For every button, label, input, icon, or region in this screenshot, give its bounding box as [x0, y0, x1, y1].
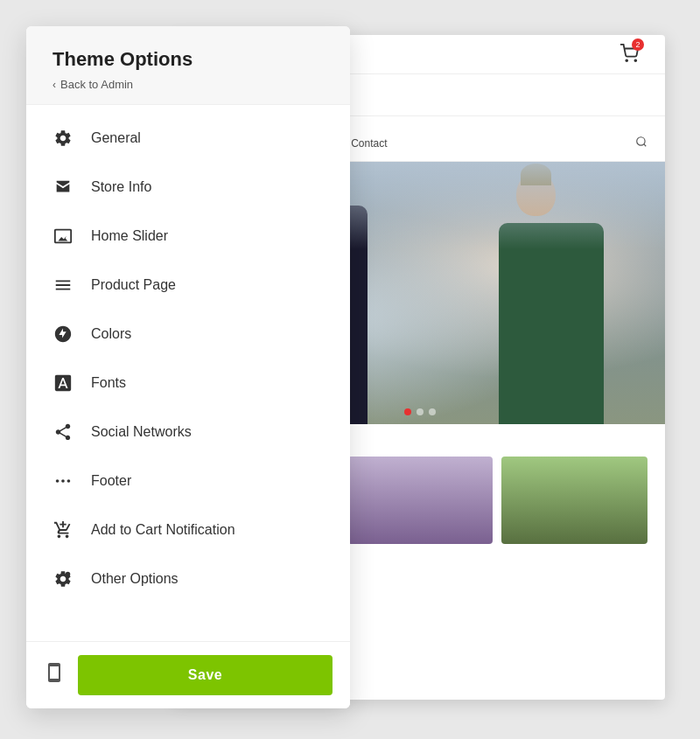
cart-badge: 2 — [632, 38, 644, 51]
save-button[interactable]: Save — [78, 655, 332, 695]
nav-label-store-info: Store Info — [91, 179, 151, 195]
nav-label-general: General — [91, 130, 141, 146]
svg-point-4 — [61, 479, 65, 483]
nav-item-home-slider[interactable]: Home Slider — [26, 212, 350, 261]
svg-point-6 — [66, 572, 71, 577]
product-card-3[interactable] — [501, 457, 648, 544]
nav-label-footer: Footer — [91, 473, 131, 489]
hero-dot-2[interactable] — [416, 408, 424, 415]
svg-point-2 — [637, 137, 645, 145]
cart-icon — [52, 519, 74, 540]
search-icon[interactable] — [635, 136, 648, 150]
nav-item-store-info[interactable]: Store Info — [26, 163, 350, 212]
theme-options-panel: Theme Options ‹ Back to Admin General St… — [26, 26, 350, 708]
svg-point-5 — [67, 479, 71, 483]
gear-extra-icon — [52, 568, 74, 589]
gear-icon — [52, 128, 74, 149]
nav-item-other-options[interactable]: Other Options — [26, 554, 350, 603]
nav-item-add-to-cart[interactable]: Add to Cart Notification — [26, 505, 350, 554]
cart-button[interactable]: 2 — [620, 44, 639, 65]
nav-label-colors: Colors — [91, 326, 131, 342]
nav-item-general[interactable]: General — [26, 114, 350, 163]
product-card-2[interactable] — [347, 457, 494, 544]
drop-icon — [52, 324, 74, 345]
nav-list: General Store Info Home Slider — [26, 105, 350, 641]
mobile-preview-icon[interactable] — [44, 662, 65, 688]
panel-title: Theme Options — [52, 48, 324, 71]
hero-dot-1[interactable] — [404, 408, 411, 415]
back-link-label: Back to Admin — [60, 78, 133, 91]
nav-item-footer[interactable]: Footer — [26, 457, 350, 505]
nav-label-home-slider: Home Slider — [91, 228, 168, 244]
nav-label-other-options: Other Options — [91, 571, 178, 587]
panel-footer: Save — [26, 641, 350, 708]
nav-item-social-networks[interactable]: Social Networks — [26, 408, 350, 457]
hero-dot-3[interactable] — [429, 408, 436, 415]
nav-item-product-page[interactable]: Product Page — [26, 261, 350, 310]
svg-point-3 — [56, 479, 60, 483]
nav-label-product-page: Product Page — [91, 277, 176, 293]
nav-item-contact[interactable]: Contact — [351, 137, 387, 150]
image-icon — [52, 226, 74, 247]
back-to-admin-link[interactable]: ‹ Back to Admin — [52, 78, 324, 91]
svg-point-0 — [626, 59, 627, 61]
back-chevron-icon: ‹ — [52, 79, 56, 91]
font-icon — [52, 373, 74, 394]
share-icon — [52, 422, 74, 443]
nav-item-fonts[interactable]: Fonts — [26, 359, 350, 408]
nav-label-add-to-cart: Add to Cart Notification — [91, 522, 235, 538]
panel-header: Theme Options ‹ Back to Admin — [26, 26, 350, 105]
hero-dots — [404, 408, 436, 415]
store-icon — [52, 177, 74, 198]
product-icon — [52, 275, 74, 296]
dots-icon — [52, 471, 74, 492]
svg-point-1 — [634, 59, 636, 61]
nav-label-social-networks: Social Networks — [91, 424, 192, 440]
nav-label-fonts: Fonts — [91, 375, 126, 391]
nav-item-colors[interactable]: Colors — [26, 310, 350, 359]
